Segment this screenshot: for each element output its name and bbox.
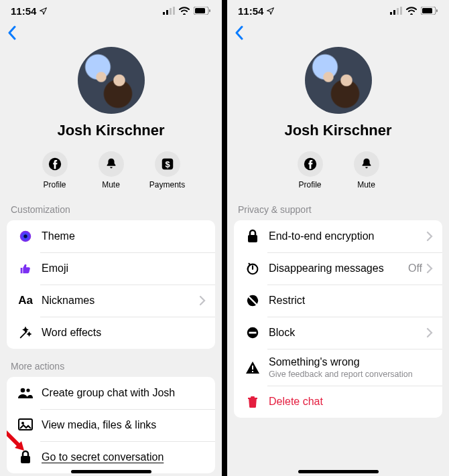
action-payments[interactable]: $ Payments [147, 151, 188, 189]
svg-text:$: $ [165, 159, 170, 169]
action-mute[interactable]: Mute [91, 151, 131, 189]
bell-icon [359, 157, 374, 171]
facebook-icon [48, 157, 62, 171]
profile-header: Josh Kirschner Profile Mute $ Payments [0, 44, 222, 192]
phone-left: 11:54 Josh Kirschner Profile Mute $ Pay [0, 0, 222, 476]
red-arrow-pointer-icon [7, 428, 32, 457]
status-bar: 11:54 [227, 0, 449, 21]
back-chevron-icon [7, 25, 17, 40]
action-mute-label: Mute [102, 180, 120, 189]
svg-rect-31 [252, 371, 253, 372]
section-more-actions: More actions [0, 349, 222, 377]
profile-avatar[interactable] [78, 47, 145, 114]
svg-rect-3 [173, 7, 175, 15]
status-bar: 11:54 [0, 0, 222, 21]
wifi-icon [406, 7, 417, 15]
svg-rect-17 [390, 12, 392, 15]
location-icon [266, 7, 275, 15]
svg-rect-23 [436, 9, 438, 12]
svg-point-11 [23, 234, 27, 238]
row-somethings-wrong[interactable]: Something's wrong Give feedback and repo… [234, 349, 442, 386]
profile-header: Josh Kirschner Profile Mute [227, 44, 449, 192]
row-secret-label: Go to secret conversation [42, 451, 206, 463]
restrict-icon [245, 293, 260, 308]
row-disappearing-value: Off [408, 262, 422, 274]
row-secret-conversation[interactable]: Go to secret conversation [7, 441, 215, 473]
home-indicator[interactable] [71, 470, 151, 473]
screens-divider [222, 0, 227, 476]
row-disappearing-label: Disappearing messages [269, 262, 408, 274]
nav-back[interactable] [227, 21, 449, 44]
section-customization: Customization [0, 192, 222, 220]
thumb-icon [18, 261, 33, 276]
row-block-label: Block [269, 327, 426, 339]
action-profile[interactable]: Profile [290, 151, 330, 189]
row-restrict-label: Restrict [269, 295, 433, 307]
row-wrong-sub: Give feedback and report conversation [269, 370, 433, 379]
svg-rect-5 [195, 8, 205, 13]
row-e2e-label: End-to-end encryption [269, 230, 426, 242]
row-disappearing[interactable]: Disappearing messages Off [234, 252, 442, 285]
row-emoji[interactable]: Emoji [7, 252, 215, 285]
action-mute-label: Mute [357, 180, 375, 189]
timer-icon [245, 261, 260, 276]
trash-icon [246, 394, 259, 409]
row-create-group[interactable]: Create group chat with Josh [7, 377, 215, 409]
phone-right: 11:54 Josh Kirschner Profile Mute Privac… [227, 0, 449, 476]
row-restrict[interactable]: Restrict [234, 285, 442, 317]
profile-avatar[interactable] [305, 47, 372, 114]
svg-rect-22 [422, 8, 432, 13]
svg-point-15 [21, 422, 24, 424]
row-emoji-label: Emoji [42, 262, 206, 274]
svg-rect-0 [163, 12, 165, 15]
svg-rect-18 [393, 10, 395, 15]
facebook-icon [303, 157, 318, 171]
svg-point-12 [21, 388, 25, 393]
cellular-icon [163, 7, 175, 15]
nav-back[interactable] [0, 21, 222, 44]
row-theme[interactable]: Theme [7, 220, 215, 252]
home-indicator[interactable] [298, 470, 379, 473]
back-chevron-icon [234, 25, 245, 40]
svg-rect-2 [170, 8, 172, 15]
row-nicknames[interactable]: Aa Nicknames [7, 285, 215, 317]
chevron-right-icon [199, 295, 206, 306]
aa-icon: Aa [18, 294, 33, 307]
lock-icon [246, 229, 259, 244]
block-icon [245, 325, 260, 340]
svg-rect-6 [209, 9, 210, 12]
profile-action-row: Profile Mute [290, 151, 387, 189]
location-icon [39, 7, 48, 15]
warning-icon [245, 361, 260, 374]
row-block[interactable]: Block [234, 317, 442, 349]
row-wrong-label: Something's wrong [269, 355, 433, 368]
row-delete-label: Delete chat [269, 396, 433, 408]
row-nicknames-label: Nicknames [42, 295, 199, 307]
dollar-icon: $ [160, 157, 175, 171]
section-privacy: Privacy & support [227, 192, 449, 220]
profile-name: Josh Kirschner [57, 122, 164, 139]
action-mute[interactable]: Mute [346, 151, 387, 189]
card-customization: Theme Emoji Aa Nicknames Word effects [7, 220, 215, 349]
chevron-right-icon [426, 231, 433, 242]
row-view-media-label: View media, files & links [42, 419, 206, 431]
row-create-group-label: Create group chat with Josh [42, 387, 206, 399]
row-delete-chat[interactable]: Delete chat [234, 386, 442, 418]
svg-rect-25 [248, 235, 257, 242]
row-view-media[interactable]: View media, files & links [7, 409, 215, 441]
cellular-icon [390, 7, 402, 15]
sparkle-wand-icon [18, 325, 33, 340]
chevron-right-icon [426, 263, 433, 274]
theme-icon [18, 229, 33, 244]
battery-icon [194, 7, 211, 15]
svg-rect-30 [252, 366, 253, 370]
status-time: 11:54 [238, 5, 263, 17]
battery-icon [421, 7, 438, 15]
wifi-icon [179, 7, 190, 15]
profile-name: Josh Kirschner [284, 122, 391, 139]
row-word-effects[interactable]: Word effects [7, 317, 215, 349]
row-e2e[interactable]: End-to-end encryption [234, 220, 442, 252]
row-word-effects-label: Word effects [42, 327, 206, 339]
action-profile[interactable]: Profile [35, 151, 75, 189]
card-more-actions: Create group chat with Josh View media, … [7, 377, 215, 473]
